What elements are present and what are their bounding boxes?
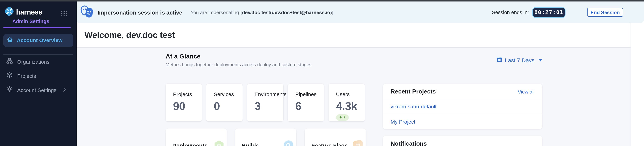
glance-subtitle: Metrics brings together deployments acro… — [166, 62, 312, 68]
metric-label: Pipelines — [295, 91, 322, 97]
logo-text: harness — [16, 8, 42, 16]
sidebar-item-projects[interactable]: Projects — [0, 69, 76, 83]
cube-icon — [6, 72, 13, 80]
metric-value: 4.3k — [336, 100, 362, 112]
metrics-row: Projects 90 Services 0 Envir — [166, 84, 366, 121]
sidebar: harness Admin Settings Account Overvi — [0, 1, 76, 146]
harness-logo-icon — [3, 5, 15, 19]
metric-label: Projects — [173, 91, 200, 97]
home-icon — [7, 36, 13, 44]
module-card-feature-flags[interactable]: Feature Flags — [304, 129, 366, 146]
scrollbar-gutter[interactable] — [630, 23, 644, 146]
module-card-deployments[interactable]: Deployments ∞ — [166, 129, 227, 146]
metric-card-projects[interactable]: Projects 90 — [166, 84, 202, 121]
banner-title: Impersonation session is active — [98, 9, 182, 15]
metric-value: 90 — [173, 100, 200, 112]
notifications-title: Notifications — [390, 141, 534, 146]
theater-masks-icon — [80, 5, 94, 20]
glance-heading-block: At a Glance Metrics brings together depl… — [166, 53, 312, 68]
impersonation-banner: Impersonation session is active You are … — [76, 1, 644, 23]
sidebar-item-account-overview[interactable]: Account Overview — [3, 34, 73, 47]
metric-card-environments[interactable]: Environments 3 — [247, 84, 283, 121]
metric-label: Environments — [254, 91, 281, 97]
org-chart-icon — [6, 58, 13, 66]
module-card-builds[interactable]: Builds — [235, 129, 296, 146]
module-label: Deployments — [172, 142, 208, 146]
end-session-button[interactable]: End Session — [587, 8, 623, 17]
metric-value: 0 — [214, 100, 240, 112]
modules-row: Deployments ∞ Builds — [166, 129, 366, 146]
gear-icon — [6, 86, 13, 94]
apps-grid-icon[interactable] — [61, 11, 67, 17]
recent-projects-card: Recent Projects View all vikram-sahu-def… — [383, 84, 542, 129]
accent-underline — [3, 27, 71, 28]
metric-card-pipelines[interactable]: Pipelines 6 — [288, 84, 324, 121]
metric-label: Services — [214, 91, 240, 97]
flag-icon — [353, 140, 363, 146]
admin-settings-label: Admin Settings — [12, 19, 76, 24]
sidebar-item-label: Account Settings — [17, 87, 56, 93]
project-link-my-project[interactable]: My Project — [383, 114, 542, 129]
sidebar-item-label: Organizations — [17, 59, 50, 65]
banner-subtitle: You are impersonating[dev.doc test(dev.d… — [190, 9, 334, 15]
infinity-icon: ∞ — [214, 141, 224, 146]
glance-title: At a Glance — [166, 53, 312, 60]
impersonated-user: [dev.doc test(dev.doc+test@harness.io)] — [240, 9, 334, 15]
notifications-card: Notifications — [383, 136, 542, 146]
module-label: Builds — [242, 142, 259, 146]
dashboard-content: At a Glance Metrics brings together depl… — [76, 48, 630, 146]
magnifier-icon — [284, 141, 294, 146]
metric-value: 6 — [295, 100, 322, 112]
metric-card-users[interactable]: Users 4.3k + 7 — [328, 84, 365, 121]
module-label: Feature Flags — [311, 142, 348, 146]
page-title: Welcome, dev.doc test — [84, 30, 175, 40]
window-top-strip — [0, 0, 644, 1]
project-link-vikram-sahu-default[interactable]: vikram-sahu-default — [383, 99, 542, 114]
chevron-down-icon — [538, 59, 542, 61]
sidebar-item-label: Projects — [17, 73, 36, 79]
session-timer: 00:27:01 — [532, 7, 566, 18]
screen: harness Admin Settings Account Overvi — [0, 0, 644, 146]
sidebar-item-organizations[interactable]: Organizations — [0, 55, 76, 69]
sidebar-nav: Account Overview Organizations — [0, 34, 76, 97]
recent-projects-title: Recent Projects — [390, 88, 436, 95]
date-range-label: Last 7 Days — [505, 57, 534, 63]
view-all-link[interactable]: View all — [518, 89, 534, 94]
welcome-bar: Welcome, dev.doc test — [76, 23, 630, 48]
calendar-icon — [497, 57, 502, 64]
users-delta-badge: + 7 — [336, 114, 349, 121]
sidebar-item-account-settings[interactable]: Account Settings — [0, 83, 76, 97]
date-range-filter[interactable]: Last 7 Days — [497, 57, 542, 64]
session-ends-label: Session ends in: — [492, 9, 529, 15]
chevron-right-icon — [63, 87, 66, 93]
metric-card-services[interactable]: Services 0 — [206, 84, 242, 121]
sidebar-item-label: Account Overview — [17, 37, 62, 43]
metric-label: Users — [336, 91, 362, 97]
metric-value: 3 — [254, 100, 281, 112]
